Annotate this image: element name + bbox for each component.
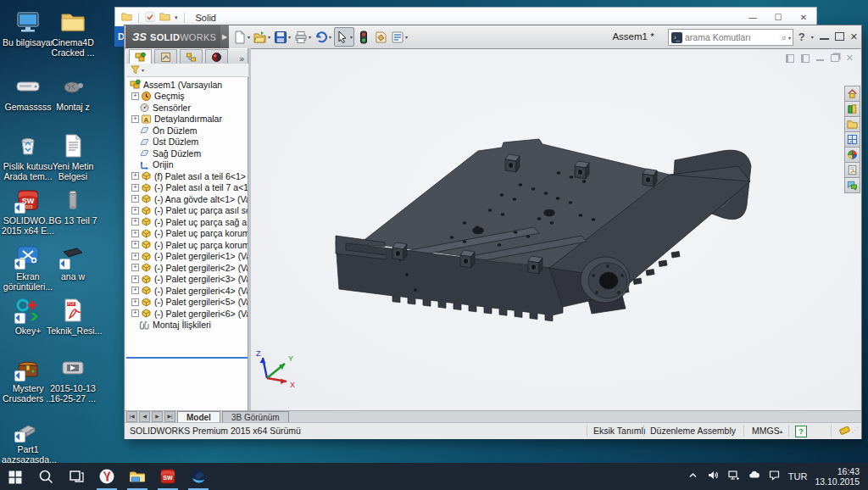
tree-item[interactable]: +(-) Palet gergileri<3> (Varsa bbox=[126, 274, 248, 286]
taskbar-start-button[interactable] bbox=[0, 463, 31, 490]
tray-onedrive-icon[interactable] bbox=[748, 469, 760, 485]
expand-icon[interactable]: + bbox=[131, 195, 139, 203]
chevron-down-icon[interactable]: ▾ bbox=[175, 14, 178, 21]
tree-item[interactable]: Orijin bbox=[126, 159, 248, 171]
expand-icon[interactable]: + bbox=[131, 264, 139, 271]
doc-close-button[interactable]: ✕ bbox=[850, 31, 858, 42]
tab-last-button[interactable]: ▶| bbox=[164, 411, 175, 422]
expand-icon[interactable]: + bbox=[131, 309, 139, 317]
doc-tab-3b-görünüm[interactable]: 3B Görünüm bbox=[222, 411, 289, 423]
tree-item[interactable]: +(-) Palet asıl a teil 7 a<1> (V bbox=[126, 182, 248, 194]
tree-item[interactable]: Assem1 (Varsayılan bbox=[126, 79, 248, 91]
explorer-titlebar[interactable]: ▾ Solid — ☐ ✕ bbox=[114, 7, 817, 27]
command-search[interactable]: ›_ arama Komutları ⌕ ▾ bbox=[668, 29, 793, 46]
tray-action-center-icon[interactable] bbox=[768, 469, 781, 485]
taskbar-search-button[interactable] bbox=[31, 463, 61, 490]
tree-item[interactable]: +(-) Palet uç parça koruma<2 bbox=[126, 239, 248, 251]
open-button[interactable]: ▾ bbox=[253, 28, 271, 46]
file-properties-button[interactable] bbox=[373, 28, 388, 46]
chevron-down-icon[interactable]: ▾ bbox=[268, 34, 270, 40]
expand-icon[interactable]: + bbox=[131, 298, 139, 306]
solidworks-logo[interactable]: ЗS SOLID WORKS bbox=[125, 25, 227, 48]
select-button[interactable]: ▾ bbox=[334, 27, 354, 47]
expand-icon[interactable]: + bbox=[131, 92, 139, 100]
desktop-icon-pdf[interactable]: PDFTeknik_Resi... bbox=[47, 297, 99, 336]
chevron-down-icon[interactable]: ▾ bbox=[329, 34, 331, 40]
taskbar-yandex-browser-button[interactable] bbox=[92, 463, 122, 490]
expand-icon[interactable]: + bbox=[131, 207, 139, 214]
tree-item[interactable]: +(-) Palet uç parça sağ asıl<1 bbox=[126, 216, 248, 228]
doc-restore-button[interactable] bbox=[835, 32, 844, 41]
tree-item[interactable]: +(-) Palet gergileri<5> (Varsa bbox=[126, 297, 248, 309]
panel-tab-feature-manager[interactable] bbox=[129, 49, 152, 64]
chevron-down-icon[interactable]: ▾ bbox=[405, 34, 408, 40]
status-help-icon[interactable]: ? bbox=[795, 426, 807, 437]
explorer-minimize-button[interactable]: — bbox=[740, 8, 765, 26]
resize-grip[interactable]: ⋰ bbox=[851, 426, 860, 434]
folder-icon[interactable] bbox=[121, 12, 132, 23]
desktop-icon-dark-shape[interactable]: ana w bbox=[47, 242, 99, 281]
tree-item[interactable]: +(-) Palet uç parça koruma<1 bbox=[126, 228, 248, 240]
folder-icon[interactable] bbox=[159, 12, 170, 23]
tree-item[interactable]: Üst Düzlem bbox=[126, 136, 248, 148]
tree-item[interactable]: Sensörler bbox=[126, 102, 248, 114]
window-box-icon[interactable] bbox=[801, 54, 810, 63]
tree-item[interactable]: +(-) Palet uç parça asıl sol<1> bbox=[126, 205, 248, 217]
tree-item[interactable]: Montaj İlişkileri bbox=[126, 320, 248, 331]
tree-item[interactable]: +(-) Palet gergileri<4> (Varsa bbox=[126, 285, 248, 297]
panel-tabs-overflow[interactable]: » bbox=[239, 54, 244, 64]
status-units[interactable]: MMGS ▴ bbox=[752, 426, 780, 436]
tray-chevron-up-icon[interactable] bbox=[687, 469, 699, 485]
tab-prev-button[interactable]: ◀ bbox=[139, 411, 150, 422]
assembly-3d-model[interactable] bbox=[251, 49, 860, 411]
expand-icon[interactable]: + bbox=[131, 230, 139, 237]
desktop-icon-text-file[interactable]: Yeni Metin Belgesi bbox=[47, 132, 99, 181]
chevron-down-icon[interactable]: ▾ bbox=[788, 35, 791, 41]
taskpane-forum-button[interactable] bbox=[844, 177, 860, 193]
doc-tab-model[interactable]: Model bbox=[177, 411, 220, 423]
tree-item[interactable]: +ADetaylandırmalar bbox=[126, 114, 248, 125]
desktop-icon-cylinder[interactable]: BG 13 Teil 7 bbox=[47, 187, 99, 226]
expand-icon[interactable]: + bbox=[131, 241, 139, 248]
taskpane-appearances-button[interactable] bbox=[844, 147, 860, 163]
tray-volume-icon[interactable] bbox=[707, 469, 720, 485]
graphics-viewport[interactable]: ✕ Z Y X bbox=[251, 48, 860, 411]
tab-next-button[interactable]: ▶ bbox=[152, 411, 163, 422]
clock[interactable]: 16:43 13.10.2015 bbox=[815, 466, 860, 487]
taskbar-file-explorer-button[interactable] bbox=[122, 463, 153, 490]
chevron-down-icon[interactable]: ▾ bbox=[288, 34, 291, 40]
viewport-close-icon[interactable]: ✕ bbox=[846, 53, 854, 64]
taskpane-design-library-button[interactable] bbox=[844, 101, 860, 117]
expand-icon[interactable]: + bbox=[131, 172, 139, 180]
desktop-icon-part-file[interactable]: Part1 aazsazasda... bbox=[2, 415, 54, 465]
new-button[interactable]: ▾ bbox=[232, 28, 251, 46]
taskbar-solidworks-button[interactable]: SW bbox=[153, 463, 183, 490]
panel-tab-property-manager[interactable] bbox=[154, 49, 177, 64]
expand-icon[interactable]: + bbox=[131, 253, 139, 260]
options-button[interactable]: ▾ bbox=[390, 28, 409, 46]
language-indicator[interactable]: TUR bbox=[788, 471, 808, 482]
help-icon[interactable]: ? bbox=[798, 31, 805, 43]
undo-button[interactable]: ▾ bbox=[314, 28, 332, 46]
expand-icon[interactable]: + bbox=[131, 115, 139, 123]
check-icon[interactable] bbox=[145, 12, 155, 24]
expand-icon[interactable]: + bbox=[131, 218, 139, 226]
expand-icon[interactable]: + bbox=[131, 276, 139, 283]
tree-filter[interactable]: ▾ bbox=[126, 64, 252, 77]
chevron-down-icon[interactable]: ▾ bbox=[811, 34, 814, 40]
tag-icon[interactable] bbox=[837, 425, 851, 436]
menu-expand-arrow[interactable]: ▶ bbox=[220, 25, 229, 48]
chevron-down-icon[interactable]: ▾ bbox=[309, 34, 311, 40]
viewport-minimize-icon[interactable] bbox=[816, 59, 824, 61]
taskpane-custom-properties-button[interactable] bbox=[844, 162, 860, 178]
desktop-icon-turtle[interactable]: Montaj z bbox=[47, 73, 99, 112]
desktop-icon-folder[interactable]: Cinema4D Cracked ... bbox=[47, 8, 99, 58]
save-button[interactable]: ▾ bbox=[273, 28, 292, 46]
tree-item[interactable]: +(-) Ana gövde alt<1> (Varsa bbox=[126, 193, 248, 205]
taskpane-view-palette-button[interactable] bbox=[844, 131, 860, 148]
explorer-close-button[interactable]: ✕ bbox=[791, 8, 816, 26]
chevron-down-icon[interactable]: ▾ bbox=[350, 34, 353, 40]
tree-item[interactable]: +(-) Palet gergileri<6> (Varsa bbox=[126, 308, 248, 320]
panel-tab-configuration-manager[interactable] bbox=[180, 49, 203, 64]
expand-icon[interactable]: + bbox=[131, 287, 139, 294]
